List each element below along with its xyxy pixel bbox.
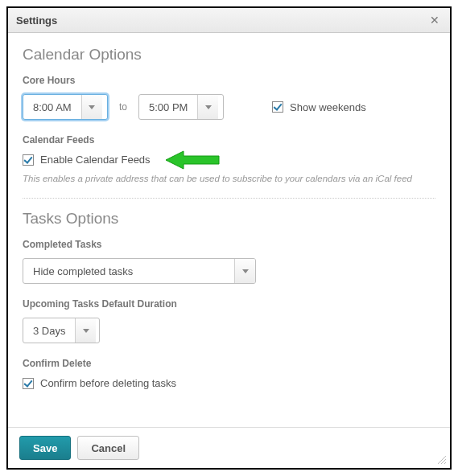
tasks-options-heading: Tasks Options bbox=[23, 210, 435, 228]
settings-dialog: Settings ✕ Calendar Options Core Hours 8… bbox=[6, 6, 452, 470]
completed-tasks-block: Completed Tasks Hide completed tasks bbox=[23, 239, 435, 284]
enable-feeds-row: Enable Calendar Feeds bbox=[23, 154, 435, 166]
chevron-down-icon[interactable] bbox=[234, 259, 255, 283]
calendar-feeds-label: Calendar Feeds bbox=[23, 134, 435, 146]
divider bbox=[23, 198, 435, 199]
show-weekends-checkbox[interactable] bbox=[272, 101, 283, 113]
upcoming-duration-block: Upcoming Tasks Default Duration 3 Days bbox=[23, 298, 435, 343]
enable-feeds-label: Enable Calendar Feeds bbox=[40, 154, 151, 166]
confirm-delete-checkbox[interactable] bbox=[23, 378, 34, 389]
core-end-value: 5:00 PM bbox=[139, 95, 197, 119]
dialog-title: Settings bbox=[16, 14, 57, 27]
upcoming-duration-select[interactable]: 3 Days bbox=[23, 318, 100, 343]
core-hours-label: Core Hours bbox=[23, 75, 435, 86]
svg-line-3 bbox=[444, 462, 446, 464]
core-start-select[interactable]: 8:00 AM bbox=[23, 94, 108, 120]
show-weekends-label: Show weekends bbox=[290, 101, 366, 113]
confirm-delete-block: Confirm Delete Confirm before deleting t… bbox=[23, 358, 435, 389]
chevron-down-icon[interactable] bbox=[75, 318, 96, 343]
enable-feeds-checkbox[interactable] bbox=[23, 154, 34, 166]
dialog-footer: Save Cancel bbox=[8, 427, 450, 468]
svg-marker-0 bbox=[166, 151, 219, 169]
confirm-delete-row: Confirm before deleting tasks bbox=[23, 377, 435, 389]
resize-grip-icon[interactable] bbox=[435, 453, 447, 465]
core-start-value: 8:00 AM bbox=[23, 95, 81, 119]
core-hours-row: 8:00 AM to 5:00 PM Show weekends bbox=[23, 94, 435, 120]
dialog-content: Calendar Options Core Hours 8:00 AM to 5… bbox=[8, 33, 450, 427]
feeds-hint: This enables a private address that can … bbox=[23, 174, 435, 183]
core-to-text: to bbox=[116, 101, 130, 113]
completed-tasks-value: Hide completed tasks bbox=[23, 259, 234, 283]
completed-tasks-select[interactable]: Hide completed tasks bbox=[23, 258, 256, 284]
chevron-down-icon[interactable] bbox=[197, 95, 218, 119]
save-button[interactable]: Save bbox=[19, 436, 71, 460]
titlebar: Settings ✕ bbox=[8, 8, 450, 33]
close-icon[interactable]: ✕ bbox=[427, 13, 442, 27]
chevron-down-icon[interactable] bbox=[81, 95, 102, 119]
cancel-button[interactable]: Cancel bbox=[77, 436, 139, 460]
core-end-select[interactable]: 5:00 PM bbox=[138, 94, 224, 120]
annotation-arrow-icon bbox=[166, 148, 222, 172]
calendar-options-heading: Calendar Options bbox=[23, 46, 435, 64]
upcoming-duration-value: 3 Days bbox=[23, 318, 75, 343]
confirm-delete-text: Confirm before deleting tasks bbox=[40, 377, 176, 389]
completed-tasks-label: Completed Tasks bbox=[23, 239, 435, 250]
show-weekends-row: Show weekends bbox=[272, 101, 366, 113]
confirm-delete-label: Confirm Delete bbox=[23, 358, 435, 369]
upcoming-duration-label: Upcoming Tasks Default Duration bbox=[23, 298, 435, 310]
